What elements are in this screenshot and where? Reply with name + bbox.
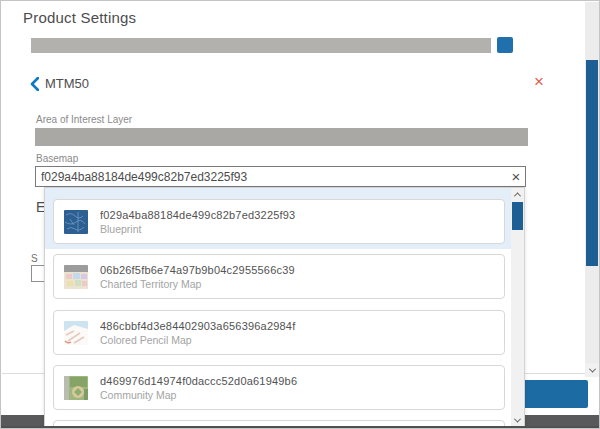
blue-square-button[interactable]: [497, 37, 513, 53]
basemap-option-name: Colored Pencil Map: [100, 334, 295, 346]
basemap-option-id: 06b26f5fb6e74a97b9b04c2955566c39: [100, 264, 295, 276]
product-settings-dialog: Product Settings MTM50 × Area of Interes…: [0, 0, 600, 429]
back-label: MTM50: [45, 76, 89, 91]
basemap-option-name: Charted Territory Map: [100, 278, 295, 290]
blueprint-thumbnail: [64, 210, 88, 234]
scroll-down-icon[interactable]: [585, 363, 599, 377]
basemap-option-name: Community Map: [100, 389, 297, 401]
basemap-dropdown-list: f029a4ba88184de499c82b7ed3225f93 Bluepri…: [44, 187, 525, 429]
clear-input-icon[interactable]: ×: [506, 167, 526, 186]
colored-pencil-thumbnail: [64, 321, 88, 345]
basemap-option-name: Blueprint: [100, 223, 295, 235]
primary-action-button[interactable]: [523, 380, 588, 408]
basemap-option-blueprint[interactable]: f029a4ba88184de499c82b7ed3225f93 Bluepri…: [53, 199, 505, 244]
back-button[interactable]: MTM50: [30, 76, 89, 91]
dropdown-scrollbar-thumb[interactable]: [512, 202, 523, 230]
basemap-option-colored-pencil[interactable]: 486cbbf4d3e84402903a656396a2984f Colored…: [53, 310, 505, 355]
close-icon[interactable]: ×: [534, 73, 544, 90]
basemap-label: Basemap: [36, 153, 78, 164]
basemap-option-id: f029a4ba88184de499c82b7ed3225f93: [100, 209, 295, 221]
page-scrollbar[interactable]: [585, 2, 599, 377]
page-scrollbar-thumb[interactable]: [586, 60, 598, 266]
basemap-option-community[interactable]: d469976d14974f0daccc52d0a61949b6 Communi…: [53, 365, 505, 410]
community-thumbnail: [64, 376, 88, 400]
basemap-option-charted-territory[interactable]: 06b26f5fb6e74a97b9b04c2955566c39 Charted…: [53, 254, 505, 299]
page-title: Product Settings: [23, 9, 136, 26]
obscured-label-fragment: S: [31, 253, 38, 264]
dropdown-scrollbar[interactable]: [511, 188, 524, 429]
obscured-field-fragment: [31, 265, 44, 282]
scroll-up-icon[interactable]: [511, 188, 524, 201]
basemap-input[interactable]: [35, 166, 526, 187]
basemap-option-id: 486cbbf4d3e84402903a656396a2984f: [100, 320, 295, 332]
chevron-left-icon: [30, 77, 39, 91]
basemap-option-id: d469976d14974f0daccc52d0a61949b6: [100, 375, 297, 387]
area-of-interest-label: Area of Interest Layer: [36, 114, 132, 125]
redacted-product-bar: [31, 38, 491, 53]
charted-territory-thumbnail: [64, 265, 88, 289]
area-of-interest-field-redacted[interactable]: [35, 128, 528, 146]
